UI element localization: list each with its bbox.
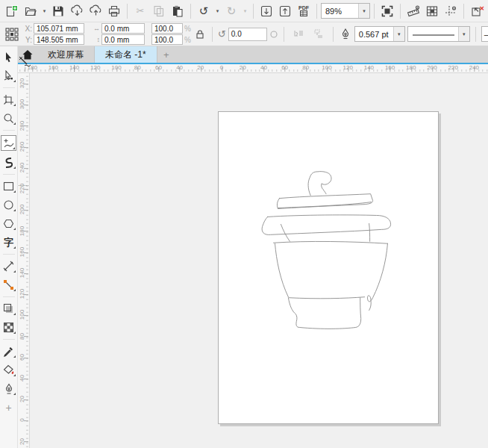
save-button[interactable]: [49, 2, 67, 20]
publish-pdf-button[interactable]: PDF: [295, 2, 313, 20]
freehand-tool[interactable]: [1, 135, 16, 151]
toolbar-separator: [127, 4, 128, 19]
ellipse-tool[interactable]: [1, 198, 16, 212]
rotation-angle-input[interactable]: 0.0: [228, 28, 267, 41]
export-button[interactable]: [276, 2, 294, 20]
y-label: Y:: [23, 36, 32, 44]
propbar-separator: [475, 27, 476, 42]
scale-x-input[interactable]: 100.0: [151, 23, 183, 34]
open-button[interactable]: [22, 2, 40, 20]
redo-dropdown: ▾: [241, 3, 249, 19]
propbar-separator: [212, 27, 213, 42]
percent-label: %: [184, 36, 191, 44]
paste-button[interactable]: [169, 2, 187, 20]
outline-pen-tool[interactable]: [1, 382, 16, 396]
zoom-level-dropdown[interactable]: ▾: [358, 4, 369, 18]
save-to-cloud-button[interactable]: [87, 2, 104, 20]
transparency-tool[interactable]: [1, 320, 16, 335]
propbar-separator: [284, 27, 284, 42]
tab-welcome-label: 欢迎屏幕: [48, 49, 84, 61]
zoom-level-value: 89%: [322, 7, 358, 16]
open-dropdown[interactable]: ▾: [40, 3, 49, 19]
document-tab-bar: 欢迎屏幕 未命名 -1* +: [18, 46, 488, 63]
y-position-input[interactable]: 148.505 mm: [34, 34, 84, 45]
interactive-fill-tool[interactable]: [1, 363, 16, 377]
mirror-vertical-button: [310, 25, 328, 43]
undo-button[interactable]: ↺: [195, 2, 213, 20]
line-style-combo[interactable]: ▾: [407, 26, 470, 42]
shape-tool[interactable]: [1, 69, 16, 83]
open-from-cloud-button[interactable]: [68, 2, 86, 20]
toolbox-separator: [3, 296, 15, 297]
object-position-icon: [3, 25, 21, 43]
zoom-tool[interactable]: [1, 111, 16, 125]
crop-tool[interactable]: [1, 93, 16, 107]
width-icon: ↔: [91, 25, 100, 32]
toolbox-separator: [3, 87, 15, 88]
toolbar-separator: [400, 4, 401, 19]
tab-document-label: 未命名 -1*: [105, 49, 146, 61]
color-eyedropper-tool[interactable]: [1, 344, 16, 358]
horizontal-ruler[interactable]: 1801601401201008060402002040608010012014…: [18, 64, 488, 73]
snap-toggle-button[interactable]: ×: [468, 2, 486, 20]
line-ending-sample: —: [482, 30, 488, 39]
lock-ratio-button[interactable]: [193, 25, 207, 43]
x-position-input[interactable]: 105.071 mm: [34, 23, 84, 34]
height-input[interactable]: 0.0 mm: [101, 34, 145, 45]
toolbox: 字 +: [0, 46, 18, 448]
object-size-fields: ↔ 0.0 mm ↕ 0.0 mm: [91, 23, 145, 45]
toolbar-separator: [374, 4, 375, 19]
polygon-tool[interactable]: [1, 217, 16, 231]
import-button[interactable]: [257, 2, 275, 20]
scale-fields: 100.0 % 100.0 %: [151, 23, 191, 45]
fullscreen-preview-button[interactable]: [378, 2, 396, 20]
freehand-sketch[interactable]: [219, 112, 438, 423]
rotate-icon: ↺: [218, 28, 226, 40]
artistic-media-tool[interactable]: [1, 155, 16, 169]
rectangle-tool[interactable]: [1, 179, 16, 193]
zoom-level-combo[interactable]: 89% ▾: [321, 3, 370, 19]
line-style-dropdown[interactable]: ▾: [458, 27, 469, 41]
toolbox-separator: [3, 174, 15, 175]
show-rulers-button[interactable]: [404, 2, 422, 20]
scale-y-input[interactable]: 100.0: [151, 34, 183, 45]
cut-button: ✂: [131, 2, 149, 20]
drawing-workspace[interactable]: [30, 73, 488, 448]
mouse-cursor-icon: [19, 56, 31, 69]
toolbar-separator: [463, 4, 464, 19]
outline-pen-icon: [339, 25, 352, 43]
main-area: 字 + 欢迎屏: [0, 46, 488, 448]
show-guidelines-button[interactable]: [442, 2, 460, 20]
tab-welcome-screen[interactable]: 欢迎屏幕: [37, 46, 95, 63]
print-button[interactable]: [105, 2, 123, 20]
x-label: X:: [23, 25, 32, 33]
outline-width-dropdown[interactable]: ▾: [393, 27, 404, 41]
line-ending-combo[interactable]: — ▾: [481, 26, 488, 42]
new-document-button[interactable]: [3, 2, 21, 20]
toolbar-separator: [253, 4, 254, 19]
connector-tool[interactable]: [1, 278, 16, 292]
show-grid-button[interactable]: [423, 2, 441, 20]
new-tab-button[interactable]: +: [157, 46, 175, 63]
toolbox-separator: [3, 254, 15, 255]
drop-shadow-tool[interactable]: [1, 302, 16, 316]
undo-dropdown[interactable]: ▾: [213, 3, 222, 19]
percent-label: %: [184, 25, 191, 33]
property-bar: X: 105.071 mm Y: 148.505 mm ↔ 0.0 mm ↕ 0…: [0, 22, 488, 46]
add-tool-button[interactable]: +: [1, 400, 16, 414]
toolbar-separator: [190, 4, 191, 19]
width-input[interactable]: 0.0 mm: [101, 23, 145, 34]
outline-width-combo[interactable]: 0.567 pt ▾: [354, 26, 405, 42]
parallel-dimension-tool[interactable]: [1, 259, 16, 273]
propbar-separator: [333, 27, 334, 42]
text-tool[interactable]: 字: [1, 235, 16, 249]
copy-button: [150, 2, 168, 20]
drawing-page[interactable]: [218, 111, 439, 424]
svg-text:×: ×: [479, 4, 484, 12]
redo-button: ↻: [222, 2, 240, 20]
height-icon: ↕: [91, 36, 100, 43]
vertical-ruler[interactable]: 3203002802602402202001801601401201008060…: [18, 73, 30, 448]
line-style-sample: [408, 30, 458, 39]
pick-tool[interactable]: [1, 50, 16, 64]
tab-document[interactable]: 未命名 -1*: [95, 46, 157, 63]
